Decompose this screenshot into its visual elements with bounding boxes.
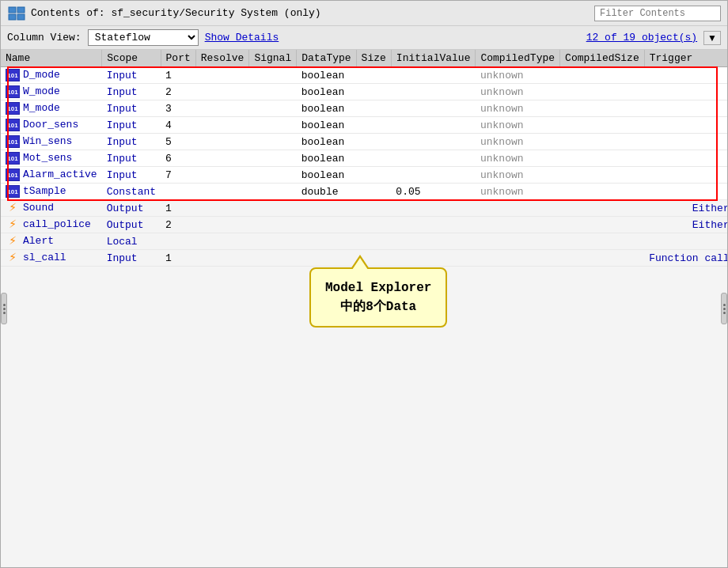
- cell-port: 2: [161, 84, 195, 100]
- table-row[interactable]: ⚡AlertLocal: [1, 233, 727, 250]
- data-icon: 101: [6, 152, 20, 165]
- cell-compiled-size: [560, 233, 645, 250]
- object-count[interactable]: 12 of 19 object(s): [586, 32, 697, 44]
- column-view-select[interactable]: Stateflow: [88, 29, 199, 46]
- cell-trigger: [644, 84, 727, 100]
- cell-datatype: [297, 250, 356, 267]
- data-table: Name Scope Port Resolve Signal DataType …: [1, 50, 727, 267]
- cell-compiled-size: [560, 217, 645, 233]
- cell-name-text: Alarm_active: [23, 169, 97, 180]
- cell-trigger: [644, 167, 727, 184]
- cell-compiled-type: unknown: [476, 100, 560, 117]
- cell-datatype: [297, 217, 356, 233]
- table-row[interactable]: 101Mot_sensInput6booleanunknown: [1, 150, 727, 167]
- cell-compiled-size: [560, 167, 645, 184]
- cell-signal: [249, 200, 297, 217]
- col-header-signal: Signal: [249, 50, 297, 67]
- cell-name-text: Alert: [23, 235, 54, 247]
- right-resize-handle[interactable]: [721, 293, 727, 324]
- cell-size: [356, 167, 391, 184]
- header-bar: Contents of: sf_security/Security System…: [1, 1, 727, 26]
- cell-name-text: W_mode: [23, 85, 60, 97]
- cell-compiled-type: unknown: [476, 67, 560, 84]
- cell-name-text: Sound: [23, 202, 54, 214]
- cell-signal: [249, 100, 297, 117]
- table-row[interactable]: 101tSampleConstantdouble0.05unknown: [1, 184, 727, 200]
- cell-resolve: [195, 100, 249, 117]
- cell-resolve: [195, 184, 249, 200]
- cell-compiled-type: [476, 200, 560, 217]
- cell-scope: Input: [102, 100, 161, 117]
- cell-compiled-type: unknown: [476, 150, 560, 167]
- data-icon: 101: [6, 119, 20, 131]
- table-row[interactable]: 101Win_sensInput5booleanunknown: [1, 134, 727, 150]
- cell-datatype: boolean: [297, 134, 356, 150]
- cell-trigger: Either: [644, 200, 727, 217]
- cell-name-text: D_mode: [23, 69, 60, 81]
- filter-icon-button[interactable]: ▼: [703, 31, 721, 45]
- cell-compiled-type: unknown: [476, 184, 560, 200]
- cell-name: 101tSample: [1, 184, 102, 200]
- handle-dot-r2: [723, 308, 726, 310]
- table-row[interactable]: 101Door_sensInput4booleanunknown: [1, 117, 727, 134]
- cell-compiled-type: unknown: [476, 117, 560, 134]
- table-row[interactable]: ⚡call_policeOutput2Either: [1, 217, 727, 233]
- cell-scope: Input: [102, 134, 161, 150]
- table-row[interactable]: 101Alarm_activeInput7booleanunknown: [1, 167, 727, 184]
- cell-signal: [249, 67, 297, 84]
- table-row[interactable]: 101D_modeInput1booleanunknown: [1, 67, 727, 84]
- cell-size: [356, 233, 391, 250]
- svg-rect-3: [17, 14, 25, 20]
- cell-initial: [391, 250, 476, 267]
- cell-scope: Local: [102, 233, 161, 250]
- trigger-icon: ⚡: [6, 235, 20, 248]
- cell-datatype: double: [297, 184, 356, 200]
- table-header-row: Name Scope Port Resolve Signal DataType …: [1, 50, 727, 67]
- cell-initial: 0.05: [391, 184, 476, 200]
- cell-port: 7: [161, 167, 195, 184]
- cell-scope: Input: [102, 67, 161, 84]
- filter-input[interactable]: [594, 6, 721, 21]
- cell-initial: [391, 167, 476, 184]
- cell-initial: [391, 117, 476, 134]
- cell-size: [356, 217, 391, 233]
- handle-dot-r1: [723, 304, 726, 306]
- cell-datatype: [297, 233, 356, 250]
- cell-port: 3: [161, 100, 195, 117]
- column-view-bar: Column View: Stateflow Show Details 12 o…: [1, 26, 727, 50]
- cell-resolve: [195, 200, 249, 217]
- cell-name: ⚡call_police: [1, 217, 102, 233]
- cell-resolve: [195, 150, 249, 167]
- show-details-link[interactable]: Show Details: [205, 32, 279, 44]
- cell-name: 101D_mode: [1, 67, 102, 84]
- cell-signal: [249, 167, 297, 184]
- handle-dot-2: [3, 308, 6, 310]
- table-row[interactable]: ⚡SoundOutput1Either: [1, 200, 727, 217]
- data-icon: 101: [6, 135, 20, 148]
- cell-scope: Output: [102, 200, 161, 217]
- cell-resolve: [195, 134, 249, 150]
- table-row[interactable]: 101W_modeInput2booleanunknown: [1, 84, 727, 100]
- cell-compiled-size: [560, 84, 645, 100]
- handle-dot-r3: [723, 312, 726, 314]
- cell-signal: [249, 150, 297, 167]
- svg-rect-0: [9, 7, 16, 13]
- table-row[interactable]: 101M_modeInput3booleanunknown: [1, 100, 727, 117]
- cell-datatype: boolean: [297, 117, 356, 134]
- cell-name-text: M_mode: [23, 102, 60, 114]
- cell-compiled-size: [560, 67, 645, 84]
- cell-name: 101Alarm_active: [1, 167, 102, 184]
- left-resize-handle[interactable]: [1, 293, 7, 324]
- cell-resolve: [195, 217, 249, 233]
- cell-initial: [391, 217, 476, 233]
- header-title: Contents of: sf_security/Security System…: [31, 7, 590, 19]
- cell-compiled-type: unknown: [476, 134, 560, 150]
- cell-signal: [249, 184, 297, 200]
- cell-datatype: boolean: [297, 100, 356, 117]
- cell-port: 6: [161, 150, 195, 167]
- cell-resolve: [195, 233, 249, 250]
- cell-size: [356, 117, 391, 134]
- cell-port: [161, 184, 195, 200]
- data-icon: 101: [6, 102, 20, 115]
- cell-initial: [391, 150, 476, 167]
